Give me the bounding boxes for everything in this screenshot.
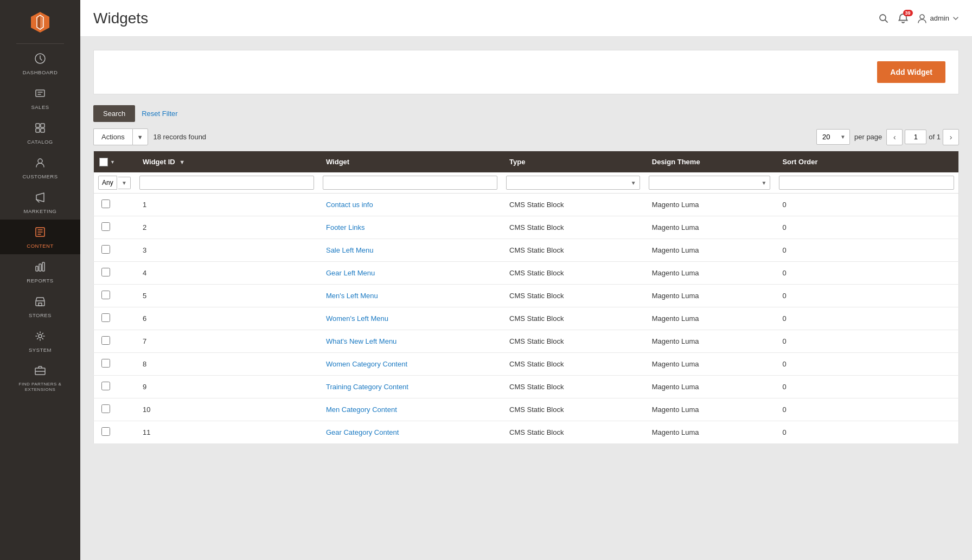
- th-design-theme: Design Theme: [644, 151, 775, 173]
- row-cell-theme: Magento Luma: [644, 330, 775, 353]
- row-cell-sort-order: 0: [775, 239, 958, 262]
- table-row: 4 Gear Left Menu CMS Static Block Magent…: [94, 262, 959, 285]
- row-checkbox[interactable]: [101, 313, 110, 322]
- row-cell-widget[interactable]: Gear Left Menu: [318, 262, 502, 285]
- sidebar-item-catalog[interactable]: CATALOG: [0, 115, 80, 150]
- catalog-icon: [34, 122, 46, 137]
- header-actions: 39 admin: [878, 13, 959, 24]
- grid-toolbar-left: Actions ▼ 18 records found: [93, 128, 206, 145]
- add-widget-button[interactable]: Add Widget: [877, 61, 945, 83]
- row-cell-widget[interactable]: Men's Left Menu: [318, 285, 502, 307]
- row-checkbox[interactable]: [101, 427, 110, 436]
- row-checkbox[interactable]: [101, 268, 110, 276]
- sidebar-item-label-marketing: MARKETING: [24, 208, 57, 214]
- row-checkbox[interactable]: [101, 291, 110, 299]
- svg-point-19: [880, 15, 886, 21]
- sidebar-item-reports[interactable]: REPORTS: [0, 254, 80, 289]
- per-page-select[interactable]: 20 30 50 100 200: [816, 129, 850, 145]
- row-checkbox[interactable]: [101, 222, 110, 231]
- row-cell-type: CMS Static Block: [502, 194, 644, 216]
- sidebar-item-label-sales: SALES: [31, 104, 49, 110]
- row-checkbox[interactable]: [101, 404, 110, 413]
- sidebar-item-partners[interactable]: FIND PARTNERS & EXTENSIONS: [0, 358, 80, 398]
- row-checkbox[interactable]: [101, 336, 110, 345]
- filter-cell-type: CMS Static Block CMS Page Link ▼: [502, 172, 644, 194]
- any-select[interactable]: Any Yes No: [98, 176, 117, 190]
- any-chevron-button[interactable]: ▼: [118, 177, 131, 189]
- reports-icon: [34, 261, 46, 275]
- next-page-button[interactable]: ›: [943, 129, 959, 145]
- row-cell-widget[interactable]: Sale Left Menu: [318, 239, 502, 262]
- page-title: Widgets: [93, 10, 878, 27]
- table-row: 2 Footer Links CMS Static Block Magento …: [94, 216, 959, 239]
- row-cell-widget[interactable]: What's New Left Menu: [318, 330, 502, 353]
- row-cell-type: CMS Static Block: [502, 376, 644, 398]
- row-checkbox[interactable]: [101, 382, 110, 390]
- sidebar-item-content[interactable]: CONTENT: [0, 220, 80, 254]
- row-checkbox[interactable]: [101, 359, 110, 368]
- main-area: Widgets 39 admin Add Widget: [80, 0, 972, 560]
- sidebar-item-system[interactable]: SYSTEM: [0, 324, 80, 358]
- filter-type-select[interactable]: CMS Static Block CMS Page Link: [506, 176, 640, 190]
- table-row: 3 Sale Left Menu CMS Static Block Magent…: [94, 239, 959, 262]
- th-widget-id[interactable]: Widget ID ▼: [135, 151, 318, 173]
- data-table: ▼ Widget ID ▼ Widget Type: [93, 151, 959, 444]
- search-button[interactable]: [878, 13, 889, 24]
- row-cell-checkbox: [94, 330, 135, 353]
- prev-page-button[interactable]: ‹: [886, 129, 903, 145]
- user-icon: [917, 14, 927, 23]
- row-cell-id: 9: [135, 376, 318, 398]
- sidebar-item-label-catalog: CATALOG: [27, 139, 53, 145]
- row-cell-id: 11: [135, 421, 318, 444]
- actions-button[interactable]: Actions: [93, 128, 132, 145]
- svg-point-17: [39, 334, 42, 338]
- svg-rect-14: [42, 262, 44, 271]
- grid-toolbar: Actions ▼ 18 records found 20 30 50 100: [93, 128, 959, 145]
- sidebar-item-customers[interactable]: CUSTOMERS: [0, 150, 80, 185]
- svg-rect-8: [36, 128, 40, 132]
- row-cell-id: 1: [135, 194, 318, 216]
- sidebar-item-marketing[interactable]: MARKETING: [0, 185, 80, 220]
- sidebar-item-label-content: CONTENT: [27, 243, 53, 249]
- row-checkbox[interactable]: [101, 199, 110, 208]
- sidebar-item-label-dashboard: DASHBOARD: [23, 69, 58, 75]
- row-cell-widget[interactable]: Gear Category Content: [318, 421, 502, 444]
- table-row: 11 Gear Category Content CMS Static Bloc…: [94, 421, 959, 444]
- sidebar-item-label-reports: REPORTS: [27, 278, 53, 284]
- th-dropdown-arrow[interactable]: ▼: [110, 159, 115, 165]
- page-input[interactable]: [905, 130, 926, 144]
- row-checkbox[interactable]: [101, 245, 110, 254]
- row-cell-widget[interactable]: Training Category Content: [318, 376, 502, 398]
- row-cell-widget[interactable]: Women Category Content: [318, 353, 502, 376]
- admin-menu[interactable]: admin: [917, 14, 959, 23]
- filter-widget-input[interactable]: [323, 176, 497, 190]
- row-cell-sort-order: 0: [775, 194, 958, 216]
- dashboard-icon: [34, 53, 46, 67]
- select-all-checkbox[interactable]: [99, 158, 108, 166]
- row-cell-sort-order: 0: [775, 353, 958, 376]
- filter-sort-input[interactable]: [779, 176, 954, 190]
- row-cell-checkbox: [94, 262, 135, 285]
- row-cell-theme: Magento Luma: [644, 376, 775, 398]
- row-cell-type: CMS Static Block: [502, 398, 644, 421]
- toolbar-card: Add Widget: [93, 50, 959, 94]
- row-cell-widget[interactable]: Contact us info: [318, 194, 502, 216]
- sidebar-item-dashboard[interactable]: DASHBOARD: [0, 46, 80, 81]
- notifications-button[interactable]: 39: [898, 13, 909, 24]
- row-cell-widget[interactable]: Footer Links: [318, 216, 502, 239]
- row-cell-widget[interactable]: Men Category Content: [318, 398, 502, 421]
- filter-id-input[interactable]: [139, 176, 314, 190]
- svg-rect-7: [41, 124, 44, 127]
- sidebar-item-sales[interactable]: SALES: [0, 81, 80, 115]
- filter-theme-select[interactable]: Magento Luma Magento Blank: [649, 176, 771, 190]
- filter-cell-id: [135, 172, 318, 194]
- row-cell-theme: Magento Luma: [644, 216, 775, 239]
- sidebar-item-stores[interactable]: STORES: [0, 289, 80, 324]
- reset-filter-link[interactable]: Reset Filter: [142, 110, 177, 118]
- row-cell-widget[interactable]: Women's Left Menu: [318, 307, 502, 330]
- row-cell-type: CMS Static Block: [502, 262, 644, 285]
- search-button[interactable]: Search: [93, 105, 135, 122]
- per-page-wrap: 20 30 50 100 200 ▼ per page: [816, 129, 882, 145]
- row-cell-checkbox: [94, 285, 135, 307]
- actions-dropdown-button[interactable]: ▼: [132, 128, 148, 145]
